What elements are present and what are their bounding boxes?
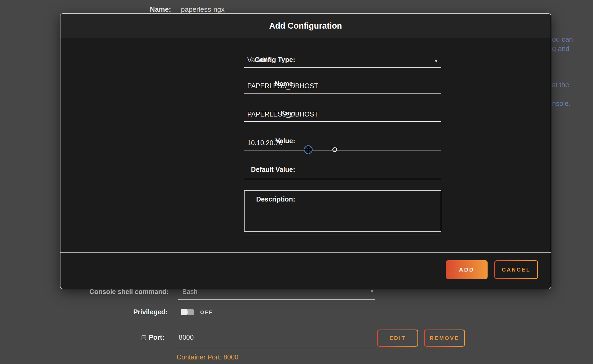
description-textarea[interactable] — [244, 190, 441, 232]
cancel-button[interactable]: CANCEL — [494, 260, 538, 279]
dialog-footer-separator — [60, 252, 551, 253]
chevron-down-icon: ▼ — [434, 59, 438, 63]
container-port-note: Container Port: 8000 — [177, 353, 238, 361]
edit-button[interactable]: EDIT — [377, 330, 418, 347]
toggle-knob — [181, 309, 188, 315]
clipped-help-text: st the — [552, 81, 569, 89]
description-underline — [244, 234, 441, 234]
privileged-label: Privileged: — [62, 308, 168, 316]
config-type-value: Variable — [247, 56, 271, 64]
clipped-help-text: g and — [552, 45, 569, 53]
port-value[interactable]: 8000 — [179, 334, 194, 341]
privileged-toggle[interactable] — [181, 309, 194, 315]
console-shell-underline — [178, 299, 375, 300]
add-configuration-dialog: Add Configuration Config Type: Variable … — [60, 13, 551, 289]
chevron-down-icon[interactable]: ▼ — [370, 289, 374, 293]
move-cursor-icon — [303, 145, 313, 154]
port-underline — [177, 347, 375, 347]
value-value: 10.10.20.70 — [247, 139, 283, 147]
name-value: PAPERLESS_DBHOST — [247, 82, 318, 90]
dialog-title: Add Configuration — [60, 14, 551, 38]
clipped-help-text: ou can — [552, 35, 573, 44]
value-input[interactable]: 10.10.20.70 — [244, 135, 441, 150]
config-type-select[interactable]: Variable ▼ — [244, 53, 441, 68]
name-input[interactable]: PAPERLESS_DBHOST — [244, 79, 441, 94]
bg-name-label: Name: — [150, 5, 171, 14]
add-button[interactable]: ADD — [446, 260, 488, 279]
privileged-state: OFF — [200, 309, 213, 315]
key-input[interactable]: PAPERLESS_DBHOST — [244, 107, 441, 122]
bg-name-value: paperless-ngx — [181, 5, 225, 14]
drag-handle-icon[interactable] — [332, 147, 337, 152]
dialog-header: Add Configuration — [60, 14, 551, 38]
key-value: PAPERLESS_DBHOST — [247, 110, 318, 118]
screen: Name: paperless-ngx ou can g and st the … — [0, 0, 593, 364]
clipped-help-text: nsole. — [552, 99, 571, 108]
remove-button[interactable]: REMOVE — [424, 330, 465, 347]
port-label: Port: — [149, 334, 164, 341]
default-value-input[interactable] — [244, 164, 441, 179]
collapse-minus-icon[interactable] — [142, 335, 146, 340]
